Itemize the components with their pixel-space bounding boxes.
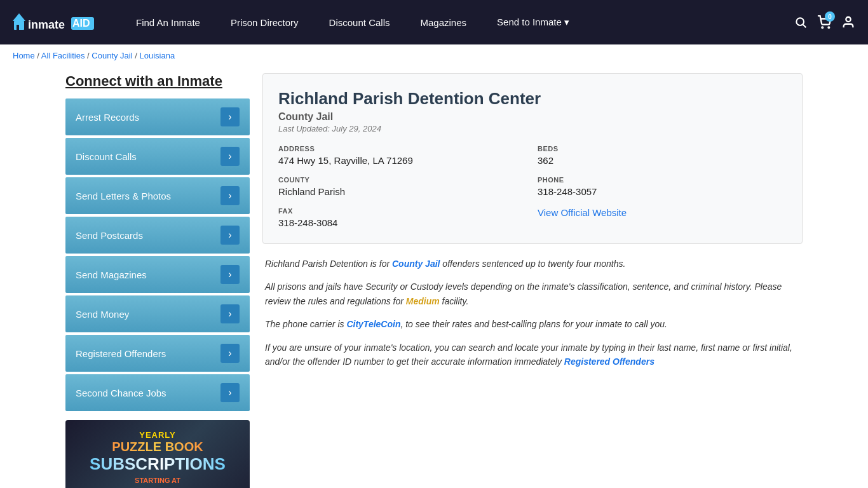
phone-label: PHONE: [538, 176, 787, 184]
arrow-icon: ›: [220, 186, 240, 205]
county-label: COUNTY: [278, 176, 527, 184]
facility-county: Richland Parish: [278, 186, 527, 197]
facility-website-link[interactable]: View Official Website: [538, 207, 627, 218]
desc-para-2: All prisons and jails have Security or C…: [265, 280, 800, 308]
ad-yearly: YEARLY: [76, 430, 240, 440]
facility-address-item: ADDRESS 474 Hwy 15, Rayville, LA 71269: [278, 145, 527, 166]
facility-description: Richland Parish Detention is for County …: [262, 257, 803, 369]
nav-magazines[interactable]: Magazines: [405, 0, 482, 44]
sidebar-arrest-records[interactable]: Arrest Records ›: [65, 98, 250, 135]
logo[interactable]: inmate AID: [13, 10, 95, 35]
facility-beds: 362: [538, 155, 787, 166]
ad-starting: STARTING AT: [76, 477, 240, 484]
sidebar-send-postcards[interactable]: Send Postcards ›: [65, 217, 250, 254]
facility-name: Richland Parish Detention Center: [278, 89, 787, 109]
ad-subscriptions: SUBSCRIPTIONS: [76, 454, 240, 474]
breadcrumb-county-jail[interactable]: County Jail: [92, 51, 132, 60]
svg-text:inmate: inmate: [28, 18, 65, 31]
nav-discount-calls[interactable]: Discount Calls: [314, 0, 405, 44]
facility-fax: 318-248-3084: [278, 217, 527, 228]
facility-fax-item: FAX 318-248-3084: [278, 207, 527, 228]
user-button[interactable]: [841, 15, 855, 29]
desc-para-4: If you are unsure of your inmate's locat…: [265, 341, 800, 369]
facility-type: County Jail: [278, 111, 787, 123]
sidebar-send-money[interactable]: Send Money ›: [65, 295, 250, 332]
sidebar-title: Connect with an Inmate: [65, 73, 250, 90]
svg-point-6: [796, 18, 804, 25]
cart-badge: 0: [825, 11, 835, 22]
facility-phone-item: PHONE 318-248-3057: [538, 176, 787, 197]
arrow-icon: ›: [220, 107, 240, 126]
breadcrumb-home[interactable]: Home: [13, 51, 35, 60]
fax-label: FAX: [278, 207, 527, 215]
arrow-icon: ›: [220, 344, 240, 363]
navbar: inmate AID Find An Inmate Prison Directo…: [0, 0, 868, 44]
svg-text:AID: AID: [72, 18, 90, 29]
main-content: Richland Parish Detention Center County …: [262, 73, 803, 488]
svg-rect-2: [17, 25, 19, 30]
cart-button[interactable]: 0: [817, 15, 831, 29]
facility-beds-item: BEDS 362: [538, 145, 787, 166]
svg-point-8: [822, 27, 823, 28]
citytelecoin-link[interactable]: CityTeleCoin: [346, 319, 400, 329]
nav-send-to-inmate[interactable]: Send to Inmate ▾: [482, 0, 585, 44]
facility-card: Richland Parish Detention Center County …: [262, 73, 803, 244]
nav-icons: 0: [794, 15, 855, 29]
facility-address: 474 Hwy 15, Rayville, LA 71269: [278, 155, 527, 166]
sidebar-ad[interactable]: YEARLY PUZZLE BOOK SUBSCRIPTIONS STARTIN…: [65, 420, 250, 488]
sidebar-registered-offenders[interactable]: Registered Offenders ›: [65, 335, 250, 372]
arrow-icon: ›: [220, 147, 240, 166]
breadcrumb-all-facilities[interactable]: All Facilities: [41, 51, 85, 60]
search-button[interactable]: [794, 16, 807, 29]
desc-para-1: Richland Parish Detention is for County …: [265, 257, 800, 271]
facility-county-item: COUNTY Richland Parish: [278, 176, 527, 197]
arrow-icon: ›: [220, 226, 240, 245]
arrow-icon: ›: [220, 383, 240, 402]
svg-point-10: [846, 17, 850, 22]
nav-links: Find An Inmate Prison Directory Discount…: [121, 0, 794, 44]
address-label: ADDRESS: [278, 145, 527, 152]
facility-phone: 318-248-3057: [538, 186, 787, 197]
nav-find-inmate[interactable]: Find An Inmate: [121, 0, 215, 44]
beds-label: BEDS: [538, 145, 787, 152]
registered-offenders-link[interactable]: Registered Offenders: [564, 356, 654, 367]
county-jail-link[interactable]: County Jail: [392, 259, 440, 269]
desc-para-3: The phone carrier is CityTeleCoin, to se…: [265, 317, 800, 331]
nav-prison-directory[interactable]: Prison Directory: [215, 0, 314, 44]
sidebar-discount-calls[interactable]: Discount Calls ›: [65, 138, 250, 175]
medium-link[interactable]: Medium: [406, 296, 440, 306]
svg-point-9: [828, 27, 829, 28]
arrow-icon: ›: [220, 304, 240, 323]
ad-puzzle: PUZZLE BOOK: [76, 440, 240, 454]
sidebar-send-letters[interactable]: Send Letters & Photos ›: [65, 177, 250, 214]
sidebar: Connect with an Inmate Arrest Records › …: [65, 73, 250, 488]
breadcrumb: Home / All Facilities / County Jail / Lo…: [0, 44, 868, 67]
arrow-icon: ›: [220, 265, 240, 284]
sidebar-send-magazines[interactable]: Send Magazines ›: [65, 256, 250, 293]
facility-website-item: View Official Website: [538, 207, 787, 228]
svg-line-7: [803, 25, 806, 28]
facility-info-grid: ADDRESS 474 Hwy 15, Rayville, LA 71269 B…: [278, 145, 787, 228]
svg-marker-1: [13, 13, 25, 21]
sidebar-second-chance-jobs[interactable]: Second Chance Jobs ›: [65, 374, 250, 411]
facility-updated: Last Updated: July 29, 2024: [278, 124, 787, 133]
breadcrumb-state[interactable]: Louisiana: [139, 51, 175, 60]
